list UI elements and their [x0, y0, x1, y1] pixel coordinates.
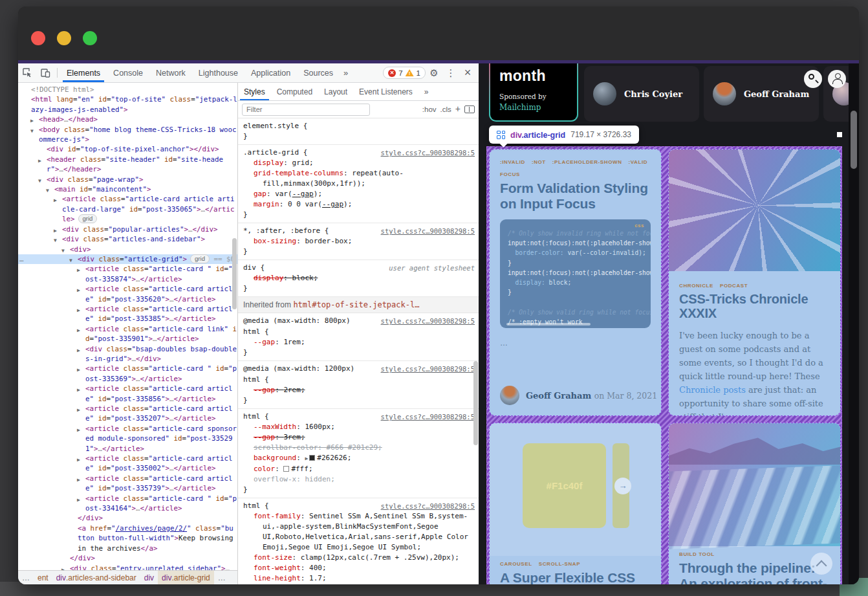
dom-tree-line[interactable]: …▼<div class="article-grid">grid == $0: [18, 254, 237, 264]
css-declaration[interactable]: display: block;: [243, 273, 475, 283]
article-tag[interactable]: :NOT: [532, 159, 546, 165]
css-declaration[interactable]: --gap: 1rem;: [243, 337, 475, 348]
article-byline[interactable]: Geoff Graham on Mar 8, 2021: [500, 386, 657, 405]
css-declaration[interactable]: color: #fff;: [243, 464, 475, 474]
css-declaration[interactable]: font-weight: 400;: [243, 563, 475, 573]
new-style-rule-button[interactable]: +: [455, 104, 461, 114]
article-tag[interactable]: FOCUS: [500, 171, 520, 177]
dom-tree-line[interactable]: ▶<article class="article-card article" i…: [18, 384, 237, 404]
scroll-to-top-button[interactable]: [810, 553, 832, 575]
dom-tree-line[interactable]: ▶<article class="article-card article ar…: [18, 194, 237, 224]
css-declaration[interactable]: box-sizing: border-box;: [243, 236, 475, 247]
collapse-arrow-icon[interactable]: ▼: [69, 256, 72, 264]
article-tag[interactable]: PODCAST: [720, 283, 748, 289]
css-declaration[interactable]: background: ▶#262626;: [243, 453, 475, 464]
sponsor-link[interactable]: Mailchimp: [499, 103, 568, 112]
color-swatch[interactable]: [309, 455, 315, 461]
minimize-window-button[interactable]: [57, 31, 71, 45]
breadcrumb-item[interactable]: …: [18, 571, 34, 584]
cls-toggle[interactable]: .cls: [440, 105, 451, 113]
dom-tree-line[interactable]: ▶<div class="entry-unrelated sidebar">…<…: [18, 564, 237, 571]
breadcrumb-item[interactable]: div: [140, 571, 158, 584]
dom-tree-line[interactable]: ▶<article class="article-card " id="post…: [18, 364, 237, 384]
article-tag[interactable]: :INVALID: [500, 159, 525, 165]
css-declaration[interactable]: font-size: clamp(12px,calc(.7rem + .25vw…: [243, 553, 475, 563]
stylesheet-link[interactable]: style.css?c…900308298:5: [381, 412, 475, 422]
styles-scrollbar-thumb[interactable]: [473, 361, 478, 445]
close-window-button[interactable]: [31, 31, 45, 45]
tab-sources[interactable]: Sources: [297, 63, 340, 82]
dom-tree-line[interactable]: ▶<article class="article-card article" i…: [18, 304, 237, 324]
code-block[interactable]: css /* Only show invalid ring while not …: [500, 219, 651, 328]
stylesheet-link[interactable]: style.css?c…900308298:5: [381, 501, 475, 511]
expand-arrow-icon[interactable]: ▶: [77, 405, 80, 415]
grid-badge[interactable]: grid: [190, 254, 210, 263]
dom-tree-line[interactable]: ▶<article class="article-card article" i…: [18, 474, 237, 494]
expand-arrow-icon[interactable]: ▶: [61, 565, 65, 571]
dom-tree-line[interactable]: ▶<head>…</head>: [18, 115, 237, 124]
dom-tree-line[interactable]: ▼<body class="home blog theme-CSS-Tricks…: [18, 125, 237, 145]
dom-tree-line[interactable]: ▶<div class="popular-articles">…</div>: [18, 225, 237, 234]
css-declaration[interactable]: --maxWidth: 1600px;: [243, 422, 475, 432]
grid-badge[interactable]: grid: [78, 214, 98, 223]
expand-arrow-icon[interactable]: ▶: [77, 455, 80, 465]
collapse-arrow-icon[interactable]: ▼: [30, 126, 34, 136]
css-declaration[interactable]: gap: var(--gap);: [243, 189, 475, 199]
article-title[interactable]: Through the pipeline: An exploration of …: [679, 560, 830, 584]
article-title[interactable]: CSS-Tricks Chronicle XXXIX: [679, 292, 830, 321]
dom-tree-line[interactable]: ▶<article class="article-card " id="post…: [18, 494, 237, 514]
expand-value-icon[interactable]: ▶: [305, 456, 308, 461]
tab-console[interactable]: Console: [107, 63, 149, 82]
article-tag[interactable]: CHRONICLE: [679, 283, 713, 289]
dom-tree-line[interactable]: ▼<main id="maincontent">: [18, 184, 237, 194]
color-swatch[interactable]: [283, 466, 289, 472]
expand-arrow-icon[interactable]: ▶: [77, 285, 80, 295]
dom-tree-line[interactable]: <a href="/archives/page/2/" class="butto…: [18, 524, 237, 553]
expand-arrow-icon[interactable]: ▶: [77, 346, 80, 355]
hover-toggle[interactable]: :hov: [422, 105, 437, 113]
stylesheet-link[interactable]: style.css?c…900308298:5: [381, 316, 475, 326]
breadcrumb-item[interactable]: …: [214, 571, 230, 584]
author-chip-chris-coyier[interactable]: Chris Coyier: [584, 66, 699, 122]
kebab-menu-icon[interactable]: ⋮: [442, 67, 459, 79]
css-declaration[interactable]: display: grid;: [243, 158, 475, 168]
styles-tab-computed[interactable]: Computed: [271, 83, 318, 100]
dom-tree-line[interactable]: ▼<div class="articles-and-sidebar">: [18, 234, 237, 244]
dom-tree-line[interactable]: <div id="top-of-site-pixel-anchor"></div…: [18, 144, 237, 154]
dom-tree-line[interactable]: ▶<article class="article-card sponsored …: [18, 424, 237, 454]
carousel-next-button[interactable]: →: [614, 478, 631, 494]
page-scrollbar-track[interactable]: [849, 63, 859, 584]
article-tag[interactable]: :PLACEHOLDER-SHOWN: [552, 159, 622, 165]
device-toolbar-icon[interactable]: [36, 63, 54, 82]
css-selector[interactable]: element.style {: [243, 121, 475, 131]
account-button[interactable]: [828, 70, 846, 88]
dom-tree-line[interactable]: ▶<article class="article-card article" i…: [18, 284, 237, 304]
sponsor-card[interactable]: month Sponsored by Mailchimp: [489, 63, 578, 122]
expand-arrow-icon[interactable]: ▶: [77, 495, 80, 505]
expand-arrow-icon[interactable]: ▶: [77, 265, 80, 275]
dom-tree-line[interactable]: ▼<div>: [18, 245, 237, 254]
dom-tree-line[interactable]: ▶<article class="article-card article" i…: [18, 404, 237, 424]
styles-tab-styles[interactable]: Styles: [238, 83, 271, 100]
styles-filter-input[interactable]: [242, 104, 370, 116]
tab-elements[interactable]: Elements: [60, 63, 107, 82]
console-status-badge[interactable]: ✕ 7 ! 1: [383, 67, 426, 79]
dom-tree-line[interactable]: ▼<div class="page-wrap">: [18, 175, 237, 184]
page-scrollbar-thumb[interactable]: [851, 111, 857, 169]
css-declaration[interactable]: font-family: Sentinel SSm A,Sentinel SSm…: [243, 511, 475, 553]
expand-arrow-icon[interactable]: ▶: [77, 326, 80, 335]
dom-tree-line[interactable]: ▶<article class="article-card article" i…: [18, 454, 237, 474]
dom-tree-line[interactable]: </div>: [18, 553, 237, 563]
article-card-form-validation[interactable]: :INVALID:NOT:PLACEHOLDER-SHOWN:VALIDFOCU…: [489, 149, 662, 416]
stylesheet-link[interactable]: style.css?c…900308298:5: [381, 148, 475, 158]
article-tag[interactable]: :VALID: [629, 159, 648, 165]
article-card-carousel[interactable]: #F1c40f → CAROUSELSCROLL-SNAP A Super Fl…: [489, 423, 662, 584]
css-declaration[interactable]: grid-template-columns: repeat(auto-fill,…: [243, 168, 475, 189]
dom-tree-line[interactable]: ▶<div class="bsap-doubles bsap-doubles-i…: [18, 344, 237, 364]
tab-network[interactable]: Network: [149, 63, 192, 82]
styles-tab-layout[interactable]: Layout: [318, 83, 353, 100]
expand-arrow-icon[interactable]: ▶: [77, 305, 80, 315]
css-declaration[interactable]: --gap: 2rem;: [243, 385, 475, 395]
css-selector[interactable]: html {: [243, 375, 475, 385]
css-declaration[interactable]: line-height: 1.7;: [243, 573, 475, 584]
